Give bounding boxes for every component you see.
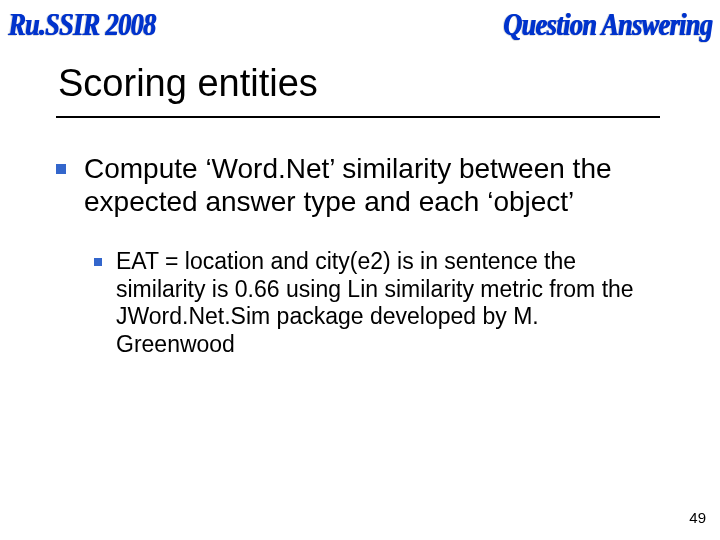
- slide: Ru.SSIR 2008 Question Answering Scoring …: [0, 0, 720, 540]
- slide-body: Compute ‘Word.Net’ similarity between th…: [56, 152, 664, 358]
- square-bullet-icon: [94, 258, 102, 266]
- header-right: Question Answering: [503, 6, 712, 44]
- title-underline: [56, 116, 660, 118]
- square-bullet-icon: [56, 164, 66, 174]
- bullet-level1: Compute ‘Word.Net’ similarity between th…: [56, 152, 664, 218]
- slide-title: Scoring entities: [58, 62, 318, 105]
- page-number: 49: [689, 509, 706, 526]
- bullet-level2: EAT = location and city(e2) is in senten…: [94, 248, 664, 358]
- header-left: Ru.SSIR 2008: [8, 6, 155, 44]
- bullet-level1-text: Compute ‘Word.Net’ similarity between th…: [84, 152, 664, 218]
- bullet-level2-text: EAT = location and city(e2) is in senten…: [116, 248, 664, 358]
